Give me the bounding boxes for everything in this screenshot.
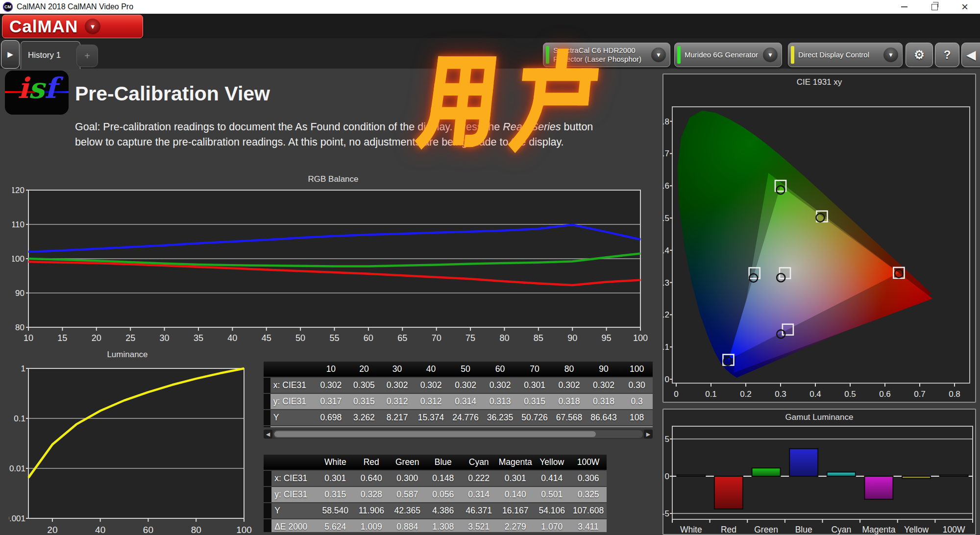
chevron-left-icon: ◀	[967, 48, 976, 62]
plus-icon: +	[84, 50, 90, 62]
table-cell: 0.315	[347, 394, 381, 409]
workflow-nav-button[interactable]: ▶	[1, 40, 20, 69]
table-cell: 50	[448, 362, 483, 377]
axis-label: 0.4	[809, 389, 821, 399]
axis-label: 60	[364, 333, 373, 342]
table-cell: 5.624	[317, 519, 353, 532]
question-icon: ?	[944, 48, 951, 62]
table-cell: 0.056	[425, 487, 461, 502]
display-device-name: Direct Display Control	[798, 50, 869, 59]
table-row: ΔE 20001.0582.5373.9734.6724.8055.3855.2…	[264, 426, 653, 427]
table-cell: 4.805	[448, 426, 483, 427]
restore-button[interactable]	[919, 0, 950, 14]
table-cell: Y	[271, 503, 317, 518]
axis-label: 30	[160, 333, 170, 342]
axis-label: 55	[329, 333, 339, 342]
table-cell: 0.314	[461, 487, 497, 502]
axis-label: 100	[633, 333, 648, 342]
axis-label: 0.1	[705, 389, 717, 399]
calman-menu-dropdown[interactable]: ▼	[85, 19, 100, 34]
axis-label: 0.001	[9, 514, 25, 523]
close-button[interactable]: ×	[950, 0, 980, 14]
scroll-right-icon[interactable]: ▶	[644, 430, 653, 438]
add-tab-button[interactable]: +	[76, 45, 98, 67]
axis-label: 90	[567, 333, 577, 342]
table-cell: 0.315	[517, 394, 552, 409]
table-cell: ΔE 2000	[271, 519, 317, 532]
table-cell	[264, 471, 271, 486]
table-cell: 58.540	[317, 503, 353, 518]
minimize-button[interactable]	[889, 0, 919, 14]
table-cell: Y	[270, 410, 315, 425]
grayscale-table-scrollbar[interactable]: ◀ ▶	[264, 429, 653, 439]
axis-label: 65	[397, 333, 407, 342]
table-cell: 0.640	[353, 471, 389, 486]
axis-label: 90	[15, 289, 24, 298]
table-cell: 0.3	[621, 394, 653, 409]
table-cell: 0.318	[552, 394, 586, 409]
table-cell: 1.058	[315, 426, 348, 427]
table-cell: 0.302	[587, 378, 621, 393]
gamut-bar-blue	[789, 449, 818, 476]
table-cell: 0.302	[483, 378, 517, 393]
table-row: y: CIE310.3170.3150.3120.3120.3140.3130.…	[264, 394, 653, 409]
axis-label: 100	[236, 525, 252, 535]
table-cell: ΔE 2000	[270, 426, 315, 427]
scrollbar-thumb[interactable]	[274, 431, 596, 437]
table-cell: 4.834	[552, 426, 586, 427]
calman-logo-text: CalMAN	[9, 17, 78, 36]
axis-label: 60	[143, 525, 153, 535]
generator-status-indicator	[677, 46, 681, 64]
axis-label: 0.5	[844, 389, 856, 399]
table-cell: 2.537	[347, 426, 381, 427]
tab-history-1[interactable]: History 1	[21, 41, 80, 69]
table-row: Y0.6983.2628.21715.37424.77636.23550.726…	[264, 410, 653, 425]
table-cell: 0.884	[389, 519, 425, 532]
axis-label: Yellow	[904, 525, 929, 535]
table-cell: Yellow	[534, 455, 570, 470]
table-cell	[264, 378, 270, 393]
table-cell: 1.070	[534, 519, 570, 532]
gamut-table: WhiteRedGreenBlueCyanMagentaYellow100Wx:…	[264, 454, 607, 532]
table-cell: 0.222	[461, 471, 497, 486]
table-cell: 0.305	[347, 378, 381, 393]
collapse-panel-button[interactable]: ◀	[961, 43, 980, 67]
table-cell: 108	[621, 410, 653, 425]
table-cell: 20	[347, 362, 381, 377]
generator-device-button[interactable]: Murideo 6G Generator ▼	[674, 43, 782, 67]
table-cell: 0.30	[621, 378, 653, 393]
axis-label: 20	[47, 525, 57, 535]
table-cell: x: CIE31	[270, 378, 315, 393]
chevron-down-icon: ▼	[888, 51, 894, 58]
page-title: Pre-Calibration View	[75, 82, 270, 105]
axis-label: 0.8	[662, 117, 669, 126]
calman-menu-button[interactable]: CalMAN ▼	[2, 15, 143, 38]
table-cell: 4.386	[425, 503, 461, 518]
settings-button[interactable]: ⚙	[906, 43, 933, 67]
titlebar: CM CalMAN 2018 CalMAN Video Pro ×	[0, 0, 980, 14]
generator-dropdown[interactable]: ▼	[763, 48, 778, 62]
axis-label: 0.1	[14, 414, 25, 423]
table-cell: 3.521	[461, 519, 497, 532]
table-cell	[264, 455, 271, 470]
axis-label: 0.01	[9, 464, 25, 473]
meter-dropdown[interactable]: ▼	[651, 48, 666, 62]
table-cell: x: CIE31	[271, 471, 317, 486]
table-cell: 67.568	[552, 410, 586, 425]
table-row: x: CIE310.3020.3050.3020.3020.3020.3020.…	[264, 378, 653, 393]
axis-label: 10	[24, 333, 33, 342]
scroll-left-icon[interactable]: ◀	[264, 430, 272, 438]
axis-label: 120	[12, 186, 24, 195]
help-button[interactable]: ?	[935, 43, 959, 67]
app-icon: CM	[3, 2, 13, 12]
axis-label: 0.6	[662, 181, 669, 191]
scrollbar-track[interactable]	[273, 430, 643, 438]
table-cell: y: CIE31	[270, 394, 315, 409]
display-dropdown[interactable]: ▼	[883, 48, 898, 62]
table-cell: 5.244	[517, 426, 552, 427]
axis-label: 20	[92, 333, 101, 342]
table-cell: 42.365	[389, 503, 425, 518]
table-cell: 3.5	[621, 426, 653, 427]
display-control-button[interactable]: Direct Display Control ▼	[788, 43, 903, 67]
table-cell: 0.302	[414, 378, 448, 393]
